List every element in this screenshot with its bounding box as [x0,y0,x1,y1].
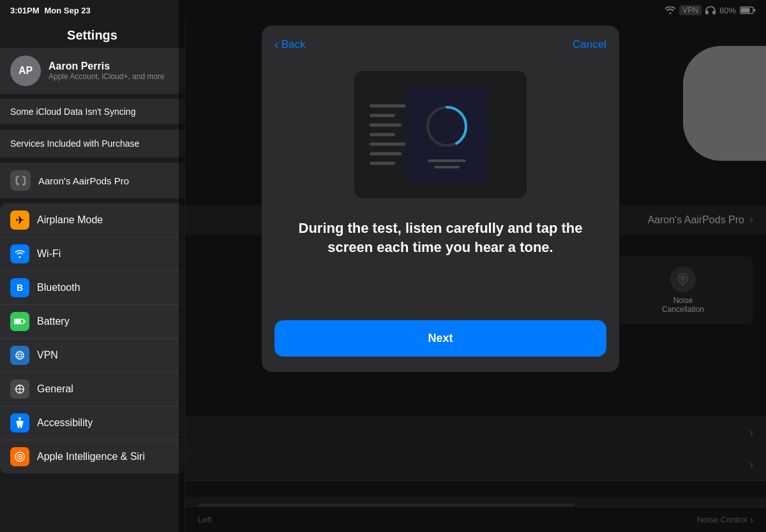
svg-rect-4 [15,320,21,323]
back-button[interactable]: ‹ Back [274,37,305,52]
sidebar-item-battery[interactable]: Battery [0,305,184,339]
wifi-settings-icon [10,244,29,263]
airpods-label: Aaron's AairPods Pro [38,175,129,186]
user-name: Aaron Perris [49,61,165,72]
hearing-circle-svg [421,101,472,152]
icloud-warning[interactable]: Some iCloud Data Isn't Syncing [0,99,184,124]
sidebar-item-general[interactable]: General [0,373,184,406]
ill-line-6 [370,152,402,156]
modal-spacer [262,272,619,310]
sidebar-item-siri[interactable]: Apple Intelligence & Siri [0,440,184,473]
sidebar-item-accessibility[interactable]: Accessibility [0,406,184,440]
user-subtitle: Apple Account, iCloud+, and more [49,72,165,81]
airpods-icon [10,170,31,191]
hearing-test-modal: ‹ Back Cancel [262,26,619,372]
modal-illustration [262,58,619,209]
modal-body-text: During the test, listen carefully and ta… [282,219,599,256]
icloud-warning-text: Some iCloud Data Isn't Syncing [10,107,135,117]
sidebar-item-airplane[interactable]: ✈ Airplane Mode [0,203,184,237]
svg-point-6 [16,351,24,359]
airplane-label: Airplane Mode [37,214,103,226]
avatar: AP [10,55,41,86]
sidebar-item-vpn[interactable]: VPN [0,339,184,373]
accessibility-label: Accessibility [37,417,93,429]
status-date: Mon Sep 23 [45,6,91,15]
illustration-container [354,71,527,198]
ill-card-line-2 [434,166,460,168]
modal-overlay: ‹ Back Cancel [179,0,766,532]
svg-point-19 [19,456,21,458]
wifi-label: Wi-Fi [37,248,61,260]
siri-label: Apple Intelligence & Siri [37,451,145,462]
bluetooth-label: Bluetooth [37,282,80,293]
svg-point-15 [19,417,21,420]
illustration-lines [370,105,408,165]
ill-line-3 [370,124,402,127]
ill-card-line-1 [428,159,466,162]
ill-line-2 [370,114,395,117]
ill-line-1 [370,105,408,108]
airpods-row[interactable]: Aaron's AairPods Pro [0,163,184,198]
siri-icon [10,447,29,466]
cancel-button[interactable]: Cancel [573,38,606,51]
user-profile[interactable]: AP Aaron Perris Apple Account, iCloud+, … [0,48,184,94]
sidebar-header: Settings [0,20,184,48]
ill-line-7 [370,162,395,165]
modal-header: ‹ Back Cancel [262,26,619,58]
services-section[interactable]: Services Included with Purchase [0,129,184,158]
vpn-settings-icon [10,346,29,365]
back-label: Back [282,38,306,51]
user-info: Aaron Perris Apple Account, iCloud+, and… [49,61,165,81]
svg-rect-5 [24,320,26,323]
sidebar: Settings AP Aaron Perris Apple Account, … [0,20,185,532]
sidebar-item-bluetooth[interactable]: B Bluetooth [0,271,184,305]
services-label: Services Included with Purchase [10,138,139,149]
battery-settings-icon [10,312,29,331]
status-bar-left: 3:01PM Mon Sep 23 [10,6,91,15]
accessibility-icon [10,413,29,432]
general-icon [10,380,29,399]
battery-label: Battery [37,316,70,327]
status-time: 3:01PM [10,6,40,15]
ill-line-5 [370,143,408,146]
general-label: General [37,383,73,395]
settings-list: ✈ Airplane Mode Wi-Fi B Bluetooth [0,203,184,473]
sidebar-item-wifi[interactable]: Wi-Fi [0,237,184,271]
modal-body: During the test, listen carefully and ta… [262,209,619,272]
sidebar-title: Settings [67,28,117,42]
airplane-icon: ✈ [10,211,29,230]
ill-card [405,87,488,182]
modal-footer: Next [262,310,619,372]
ill-card-lines [428,159,466,168]
svg-point-10 [19,388,21,390]
vpn-label-sidebar: VPN [37,350,58,361]
back-chevron-icon: ‹ [274,37,279,52]
bluetooth-icon: B [10,278,29,297]
next-button[interactable]: Next [274,320,606,357]
ill-line-4 [370,133,395,137]
